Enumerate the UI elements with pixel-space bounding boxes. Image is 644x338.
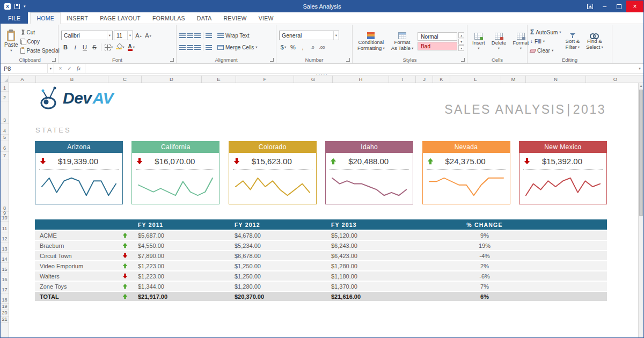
tab-review[interactable]: REVIEW xyxy=(217,12,252,24)
row-header-17[interactable]: 17 xyxy=(1,283,9,293)
row-header-13[interactable]: 13 xyxy=(1,243,9,253)
gallery-more-icon[interactable]: ▾ xyxy=(458,45,464,51)
sort-filter-button[interactable]: Sort & Filter▾ xyxy=(564,26,582,56)
row-header-5[interactable]: 5 xyxy=(1,135,9,141)
align-right-icon[interactable] xyxy=(194,45,201,50)
paste-button[interactable]: Paste ▾ xyxy=(4,26,18,56)
gallery-down-icon[interactable]: ▾ xyxy=(458,39,464,45)
row-header-1[interactable]: 1 xyxy=(1,83,9,92)
table-row-video-emporium[interactable]: Video Emporium$1,223.00$1,250.00$1,280.0… xyxy=(35,261,607,271)
insert-function-button[interactable]: fx xyxy=(75,65,83,71)
row-header-15[interactable]: 15 xyxy=(1,263,9,273)
tab-page-layout[interactable]: PAGE LAYOUT xyxy=(94,12,147,24)
row-header-18[interactable]: 18 xyxy=(1,293,9,304)
table-row-zone-toys[interactable]: Zone Toys$1,344.00$1,280.00$1,370.007% xyxy=(35,282,607,292)
state-card-nevada[interactable]: Nevada$24,375.00 xyxy=(422,141,510,204)
insert-button[interactable]: Insert▾ xyxy=(470,26,487,56)
conditional-formatting-button[interactable]: Conditional Formatting▾ xyxy=(355,26,387,56)
align-bottom-icon[interactable] xyxy=(194,33,201,38)
cell-style-bad[interactable]: Bad xyxy=(418,42,457,50)
row-header-14[interactable]: 14 xyxy=(1,253,9,263)
borders-button[interactable]: ▾ xyxy=(104,42,114,52)
font-size-select[interactable]: 11▾ xyxy=(114,31,133,40)
formula-bar-expand-icon[interactable]: ▾ xyxy=(636,64,643,73)
state-card-arizona[interactable]: Arizona$19,339.00 xyxy=(35,141,123,204)
accounting-format-button[interactable]: $▾ xyxy=(279,42,288,52)
bold-button[interactable]: B xyxy=(61,42,70,52)
formula-input[interactable] xyxy=(85,64,636,73)
format-as-table-button[interactable]: Format As Table▾ xyxy=(389,26,416,56)
qat-customize-icon[interactable]: ▾ xyxy=(24,4,26,9)
decrease-indent-icon[interactable] xyxy=(206,45,212,50)
column-header-F[interactable]: F xyxy=(236,76,294,83)
row-header-16[interactable]: 16 xyxy=(1,273,9,283)
column-header-C[interactable]: C xyxy=(108,76,142,83)
column-header-I[interactable]: I xyxy=(389,76,416,83)
row-header-8[interactable]: 8 xyxy=(1,159,9,212)
save-icon[interactable] xyxy=(14,4,20,9)
column-header-A[interactable]: A xyxy=(9,76,36,83)
table-row-acme[interactable]: ACME$5,687.00$4,678.00$5,120.009% xyxy=(35,231,607,241)
column-header-H[interactable]: H xyxy=(333,76,389,83)
clear-button[interactable]: Clear▾ xyxy=(530,47,561,54)
number-dialog-launcher[interactable] xyxy=(346,58,350,62)
styles-dialog-launcher[interactable] xyxy=(461,58,465,62)
minimize-button[interactable]: – xyxy=(597,1,612,12)
tab-data[interactable]: DATA xyxy=(191,12,218,24)
column-header-O[interactable]: O xyxy=(586,76,643,83)
column-header-D[interactable]: D xyxy=(142,76,202,83)
strikethrough-button[interactable]: S xyxy=(90,42,99,52)
vertical-scrollbar[interactable]: ▴ xyxy=(638,83,643,337)
cell-style-normal[interactable]: Normal xyxy=(418,32,457,41)
table-row-walters[interactable]: Walters$1,223.00$1,250.00$1,180.00-6% xyxy=(35,271,607,282)
row-header-4[interactable]: 4 xyxy=(1,124,9,135)
align-center-icon[interactable] xyxy=(187,45,193,50)
column-header-J[interactable]: J xyxy=(416,76,433,83)
fill-color-button[interactable]: ▾ xyxy=(115,42,125,52)
decrease-decimal-button[interactable]: .00 xyxy=(318,42,326,52)
column-header-N[interactable]: N xyxy=(526,76,586,83)
ribbon-display-options-button[interactable] xyxy=(583,1,597,12)
tab-home[interactable]: HOME xyxy=(30,12,61,24)
table-total-row[interactable]: TOTAL$21,917.00$20,370.00$21,616.006% xyxy=(35,292,607,302)
column-header-G[interactable]: G xyxy=(294,76,333,83)
merge-cells-button[interactable]: Merge Cells▾ xyxy=(217,45,258,50)
tab-view[interactable]: VIEW xyxy=(253,12,280,24)
increase-font-button[interactable]: A▴ xyxy=(134,31,143,40)
orientation-icon[interactable] xyxy=(206,33,212,38)
underline-button[interactable]: U xyxy=(80,42,89,52)
state-card-new-mexico[interactable]: New Mexico$15,392.00 xyxy=(519,141,607,204)
column-header-B[interactable]: B xyxy=(36,76,108,83)
table-row-circuit-town[interactable]: Circuit Town$7,890.00$6,678.00$6,423.00-… xyxy=(35,251,607,261)
align-top-icon[interactable] xyxy=(179,33,186,38)
fill-button[interactable]: ↓Fill▾ xyxy=(530,38,561,45)
row-header-11[interactable]: 11 xyxy=(1,222,9,232)
paste-special-button[interactable]: Paste Special xyxy=(20,47,60,54)
sheet-canvas[interactable]: DevAV SALES ANALYSIS|2013 STATES Arizona… xyxy=(9,83,638,337)
wrap-text-button[interactable]: Wrap Text xyxy=(217,33,250,39)
font-name-select[interactable]: Calibri▾ xyxy=(61,31,113,40)
font-dialog-launcher[interactable] xyxy=(170,58,174,62)
cut-button[interactable]: Cut xyxy=(20,28,60,36)
row-header-12[interactable]: 12 xyxy=(1,232,9,243)
row-header-3[interactable]: 3 xyxy=(1,101,9,124)
tab-file[interactable]: FILE xyxy=(1,12,28,24)
table-row-braeburn[interactable]: Braeburn$4,550.00$5,234.00$6,243.0019% xyxy=(35,241,607,251)
state-card-colorado[interactable]: Colorado$15,623.00 xyxy=(229,141,317,204)
font-color-button[interactable]: A▾ xyxy=(127,42,136,52)
tab-insert[interactable]: INSERT xyxy=(61,12,94,24)
row-header-7[interactable]: 7 xyxy=(1,152,9,159)
clipboard-dialog-launcher[interactable] xyxy=(52,58,56,62)
enter-button[interactable]: ✓ xyxy=(65,65,74,71)
maximize-button[interactable] xyxy=(612,1,626,12)
comma-style-button[interactable]: , xyxy=(298,42,307,52)
row-header-20[interactable]: 20 xyxy=(1,310,9,317)
state-card-idaho[interactable]: Idaho$20,488.00 xyxy=(325,141,413,204)
align-left-icon[interactable] xyxy=(179,45,186,50)
increase-decimal-button[interactable]: .0 xyxy=(308,42,317,52)
select-all-corner[interactable] xyxy=(1,76,9,83)
percent-style-button[interactable]: % xyxy=(289,42,297,52)
row-header-6[interactable]: 6 xyxy=(1,141,9,152)
column-header-L[interactable]: L xyxy=(450,76,501,83)
copy-button[interactable]: Copy xyxy=(20,38,60,45)
